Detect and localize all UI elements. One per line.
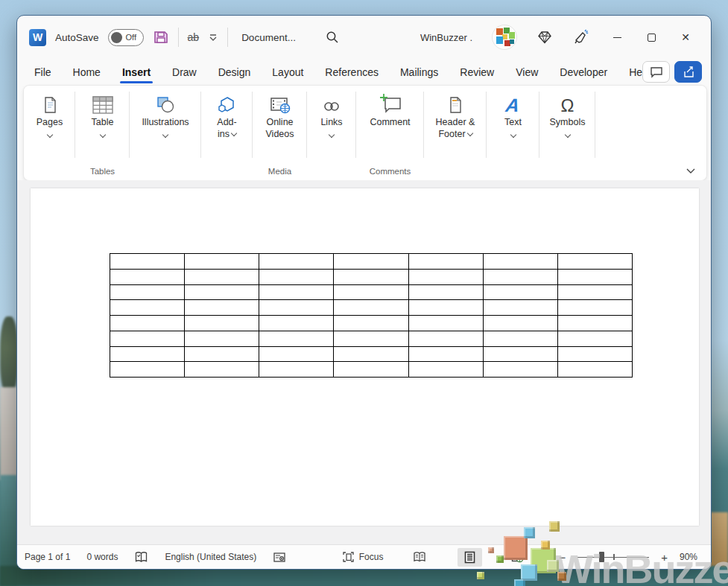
language-indicator[interactable]: English (United States) bbox=[165, 552, 256, 562]
table-cell[interactable] bbox=[557, 254, 632, 270]
online-videos-button[interactable]: Online Videos bbox=[253, 91, 307, 140]
document-page[interactable] bbox=[31, 188, 699, 526]
table-cell[interactable] bbox=[557, 346, 632, 362]
table-cell[interactable] bbox=[557, 269, 632, 284]
table-cell[interactable] bbox=[110, 254, 185, 270]
strikethrough-quick-icon[interactable]: ab bbox=[188, 31, 200, 43]
tab-design[interactable]: Design bbox=[218, 63, 252, 81]
search-icon[interactable] bbox=[326, 31, 339, 44]
table-cell[interactable] bbox=[185, 316, 259, 331]
table-cell[interactable] bbox=[110, 346, 185, 362]
tab-insert[interactable]: Insert bbox=[121, 63, 151, 81]
table-cell[interactable] bbox=[334, 284, 408, 300]
tab-mailings[interactable]: Mailings bbox=[399, 63, 439, 81]
page-indicator[interactable]: Page 1 of 1 bbox=[25, 552, 70, 562]
tab-view[interactable]: View bbox=[515, 63, 539, 81]
table-cell[interactable] bbox=[259, 362, 334, 378]
macro-recording-icon[interactable] bbox=[273, 552, 286, 563]
table-cell[interactable] bbox=[185, 331, 259, 346]
table-cell[interactable] bbox=[259, 331, 334, 346]
table-cell[interactable] bbox=[483, 284, 557, 300]
table-cell[interactable] bbox=[110, 269, 185, 284]
tab-review[interactable]: Review bbox=[459, 63, 495, 81]
table-cell[interactable] bbox=[483, 331, 557, 346]
table-cell[interactable] bbox=[483, 269, 557, 284]
table-cell[interactable] bbox=[334, 346, 408, 362]
tab-references[interactable]: References bbox=[324, 63, 379, 81]
comments-button[interactable] bbox=[642, 61, 670, 83]
table-cell[interactable] bbox=[408, 316, 483, 331]
table-cell[interactable] bbox=[110, 316, 185, 331]
table-cell[interactable] bbox=[557, 316, 632, 331]
word-logo-icon[interactable]: W bbox=[29, 29, 46, 46]
table-cell[interactable] bbox=[185, 362, 259, 378]
table-cell[interactable] bbox=[334, 316, 408, 331]
maximize-button[interactable] bbox=[644, 34, 659, 42]
table-cell[interactable] bbox=[334, 300, 408, 316]
tab-layout[interactable]: Layout bbox=[271, 63, 304, 81]
table-button[interactable]: Table bbox=[75, 91, 130, 137]
tab-draw[interactable]: Draw bbox=[171, 63, 197, 81]
comment-button[interactable]: Comment bbox=[356, 91, 424, 129]
table-cell[interactable] bbox=[483, 254, 557, 270]
table-cell[interactable] bbox=[483, 316, 557, 331]
table-cell[interactable] bbox=[334, 362, 408, 378]
account-avatar[interactable] bbox=[492, 25, 517, 50]
share-button[interactable] bbox=[674, 61, 702, 83]
feedback-megaphone-icon[interactable] bbox=[572, 29, 590, 45]
quick-access-chevron-icon[interactable] bbox=[208, 33, 218, 42]
table-cell[interactable] bbox=[408, 269, 483, 284]
read-mode-button[interactable] bbox=[405, 548, 434, 566]
proofing-icon[interactable] bbox=[134, 551, 148, 564]
table-cell[interactable] bbox=[185, 254, 259, 270]
table-cell[interactable] bbox=[185, 300, 259, 316]
table-cell[interactable] bbox=[557, 284, 632, 300]
pages-button[interactable]: Pages bbox=[24, 91, 75, 137]
table-cell[interactable] bbox=[483, 346, 557, 362]
account-name[interactable]: WinBuzzer . bbox=[420, 32, 472, 43]
close-button[interactable]: ✕ bbox=[678, 31, 693, 43]
table-cell[interactable] bbox=[334, 269, 408, 284]
collapse-ribbon-chevron-icon[interactable] bbox=[686, 168, 696, 174]
table-cell[interactable] bbox=[408, 300, 483, 316]
print-layout-button[interactable] bbox=[458, 548, 482, 567]
table-cell[interactable] bbox=[110, 362, 185, 378]
add-ins-button[interactable]: Add- ins bbox=[201, 91, 253, 140]
links-button[interactable]: Links bbox=[307, 91, 356, 137]
table-cell[interactable] bbox=[483, 300, 557, 316]
table-cell[interactable] bbox=[110, 300, 185, 316]
table-cell[interactable] bbox=[259, 300, 334, 316]
table-cell[interactable] bbox=[259, 269, 334, 284]
table-cell[interactable] bbox=[557, 300, 632, 316]
table-cell[interactable] bbox=[185, 269, 259, 284]
table-cell[interactable] bbox=[408, 254, 483, 270]
focus-button[interactable]: Focus bbox=[342, 551, 384, 563]
table-cell[interactable] bbox=[110, 331, 185, 346]
table-cell[interactable] bbox=[259, 254, 334, 270]
table-cell[interactable] bbox=[185, 284, 259, 300]
designer-diamond-icon[interactable] bbox=[536, 30, 553, 45]
word-count[interactable]: 0 words bbox=[86, 552, 118, 562]
document-title[interactable]: Document... bbox=[241, 32, 296, 43]
autosave-toggle[interactable]: Off bbox=[108, 29, 144, 46]
table-cell[interactable] bbox=[334, 254, 408, 270]
table-cell[interactable] bbox=[110, 284, 185, 300]
illustrations-button[interactable]: Illustrations bbox=[130, 91, 201, 137]
table-cell[interactable] bbox=[334, 331, 408, 346]
header-footer-button[interactable]: Header & Footer bbox=[424, 91, 487, 140]
table-cell[interactable] bbox=[259, 284, 334, 300]
text-button[interactable]: A Text bbox=[487, 91, 539, 137]
minimize-button[interactable] bbox=[610, 37, 624, 38]
table-cell[interactable] bbox=[408, 284, 483, 300]
table-cell[interactable] bbox=[557, 331, 632, 346]
table-cell[interactable] bbox=[259, 316, 334, 331]
table-cell[interactable] bbox=[259, 346, 334, 362]
table-cell[interactable] bbox=[408, 331, 483, 346]
table-cell[interactable] bbox=[185, 346, 259, 362]
table-cell[interactable] bbox=[408, 362, 483, 378]
table-cell[interactable] bbox=[557, 362, 632, 378]
tab-file[interactable]: File bbox=[34, 63, 52, 81]
tab-developer[interactable]: Developer bbox=[559, 63, 608, 81]
table-cell[interactable] bbox=[483, 362, 557, 378]
tab-home[interactable]: Home bbox=[72, 63, 101, 81]
